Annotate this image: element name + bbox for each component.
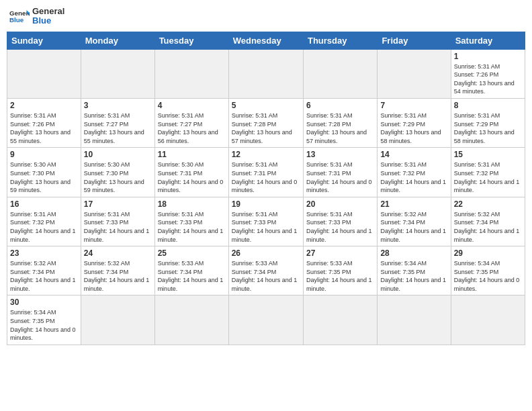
day-number: 15 [454,150,522,159]
page-header: General Blue General Blue [7,7,525,26]
calendar-day [154,49,228,98]
day-info: Sunrise: 5:31 AM Sunset: 7:33 PM Dayligh… [232,210,300,244]
calendar-day: 14 Sunrise: 5:31 AM Sunset: 7:32 PM Dayl… [378,148,451,197]
day-header-thursday: Thursday [303,32,377,49]
day-header-saturday: Saturday [451,32,525,49]
day-number: 27 [306,248,374,258]
day-number: 24 [84,248,152,258]
day-number: 2 [10,101,78,110]
day-info: Sunrise: 5:31 AM Sunset: 7:27 PM Dayligh… [84,111,152,145]
calendar-day: 13 Sunrise: 5:31 AM Sunset: 7:31 PM Dayl… [303,148,377,197]
day-number: 7 [380,101,447,110]
calendar-week-5: 23 Sunrise: 5:32 AM Sunset: 7:34 PM Dayl… [7,246,525,295]
day-info: Sunrise: 5:31 AM Sunset: 7:29 PM Dayligh… [380,111,447,145]
calendar-header-row: SundayMondayTuesdayWednesdayThursdayFrid… [7,32,525,49]
calendar-day: 29 Sunrise: 5:34 AM Sunset: 7:35 PM Dayl… [451,246,525,295]
day-number: 16 [10,199,78,209]
day-number: 19 [232,199,300,209]
calendar-day: 7 Sunrise: 5:31 AM Sunset: 7:29 PM Dayli… [378,98,451,147]
day-number: 25 [158,248,226,258]
day-info: Sunrise: 5:30 AM Sunset: 7:31 PM Dayligh… [158,161,226,194]
calendar-day: 16 Sunrise: 5:31 AM Sunset: 7:32 PM Dayl… [7,197,81,246]
day-number: 29 [454,248,522,258]
day-number: 20 [306,199,374,209]
calendar-day: 4 Sunrise: 5:31 AM Sunset: 7:27 PM Dayli… [154,98,228,147]
day-number: 1 [454,52,522,61]
day-number: 26 [232,248,300,258]
calendar-day [228,49,303,98]
calendar-day [228,295,303,345]
calendar-day: 17 Sunrise: 5:31 AM Sunset: 7:33 PM Dayl… [81,197,154,246]
calendar-day: 24 Sunrise: 5:32 AM Sunset: 7:34 PM Dayl… [81,246,154,295]
calendar-day: 12 Sunrise: 5:31 AM Sunset: 7:31 PM Dayl… [228,148,303,197]
day-info: Sunrise: 5:31 AM Sunset: 7:28 PM Dayligh… [232,111,300,145]
day-info: Sunrise: 5:34 AM Sunset: 7:35 PM Dayligh… [454,259,522,293]
day-number: 18 [158,199,226,209]
calendar-table: SundayMondayTuesdayWednesdayThursdayFrid… [7,32,525,345]
logo-icon: General Blue [9,8,30,24]
calendar-day [81,295,154,345]
day-info: Sunrise: 5:32 AM Sunset: 7:34 PM Dayligh… [84,259,152,293]
day-info: Sunrise: 5:32 AM Sunset: 7:34 PM Dayligh… [454,210,522,244]
day-number: 21 [380,199,447,209]
day-number: 6 [306,101,374,110]
day-info: Sunrise: 5:31 AM Sunset: 7:29 PM Dayligh… [454,111,522,145]
day-info: Sunrise: 5:31 AM Sunset: 7:31 PM Dayligh… [232,161,300,194]
day-info: Sunrise: 5:31 AM Sunset: 7:28 PM Dayligh… [306,111,374,145]
day-number: 28 [380,248,447,258]
calendar-day: 10 Sunrise: 5:30 AM Sunset: 7:30 PM Dayl… [81,148,154,197]
calendar-day [303,49,377,98]
svg-text:Blue: Blue [9,16,24,24]
calendar-week-2: 2 Sunrise: 5:31 AM Sunset: 7:26 PM Dayli… [7,98,525,147]
day-number: 23 [10,248,78,258]
calendar-day [378,295,451,345]
day-info: Sunrise: 5:33 AM Sunset: 7:34 PM Dayligh… [158,259,226,293]
day-info: Sunrise: 5:34 AM Sunset: 7:35 PM Dayligh… [10,308,78,342]
calendar-day: 11 Sunrise: 5:30 AM Sunset: 7:31 PM Dayl… [154,148,228,197]
day-header-friday: Friday [378,32,451,49]
calendar-day: 1 Sunrise: 5:31 AM Sunset: 7:26 PM Dayli… [451,49,525,98]
calendar-day: 8 Sunrise: 5:31 AM Sunset: 7:29 PM Dayli… [451,98,525,147]
day-info: Sunrise: 5:31 AM Sunset: 7:33 PM Dayligh… [84,210,152,244]
calendar-day: 6 Sunrise: 5:31 AM Sunset: 7:28 PM Dayli… [303,98,377,147]
day-number: 13 [306,150,374,159]
day-info: Sunrise: 5:31 AM Sunset: 7:27 PM Dayligh… [158,111,226,145]
day-info: Sunrise: 5:34 AM Sunset: 7:35 PM Dayligh… [380,259,447,293]
day-number: 5 [232,101,300,110]
day-number: 3 [84,101,152,110]
calendar-day: 19 Sunrise: 5:31 AM Sunset: 7:33 PM Dayl… [228,197,303,246]
logo: General Blue General Blue [9,7,64,26]
calendar-day [7,49,81,98]
day-number: 8 [454,101,522,110]
calendar-week-3: 9 Sunrise: 5:30 AM Sunset: 7:30 PM Dayli… [7,148,525,197]
day-header-wednesday: Wednesday [228,32,303,49]
calendar-day: 26 Sunrise: 5:33 AM Sunset: 7:34 PM Dayl… [228,246,303,295]
day-info: Sunrise: 5:31 AM Sunset: 7:26 PM Dayligh… [454,62,522,96]
calendar-day: 21 Sunrise: 5:32 AM Sunset: 7:34 PM Dayl… [378,197,451,246]
day-info: Sunrise: 5:31 AM Sunset: 7:31 PM Dayligh… [306,161,374,194]
day-number: 10 [84,150,152,159]
day-number: 30 [10,298,78,307]
day-info: Sunrise: 5:31 AM Sunset: 7:32 PM Dayligh… [10,210,78,244]
day-info: Sunrise: 5:31 AM Sunset: 7:32 PM Dayligh… [380,161,447,194]
day-number: 17 [84,199,152,209]
day-header-monday: Monday [81,32,154,49]
calendar-day: 27 Sunrise: 5:33 AM Sunset: 7:35 PM Dayl… [303,246,377,295]
calendar-day: 25 Sunrise: 5:33 AM Sunset: 7:34 PM Dayl… [154,246,228,295]
logo-general: General [32,7,64,16]
day-number: 12 [232,150,300,159]
calendar-day: 23 Sunrise: 5:32 AM Sunset: 7:34 PM Dayl… [7,246,81,295]
day-number: 11 [158,150,226,159]
calendar-day: 5 Sunrise: 5:31 AM Sunset: 7:28 PM Dayli… [228,98,303,147]
calendar-day [81,49,154,98]
calendar-day: 18 Sunrise: 5:31 AM Sunset: 7:33 PM Dayl… [154,197,228,246]
day-info: Sunrise: 5:31 AM Sunset: 7:33 PM Dayligh… [158,210,226,244]
calendar-day: 3 Sunrise: 5:31 AM Sunset: 7:27 PM Dayli… [81,98,154,147]
calendar-week-6: 30 Sunrise: 5:34 AM Sunset: 7:35 PM Dayl… [7,295,525,345]
logo-blue: Blue [32,16,64,26]
day-info: Sunrise: 5:32 AM Sunset: 7:34 PM Dayligh… [10,259,78,293]
calendar-day [451,295,525,345]
day-number: 9 [10,150,78,159]
calendar-day [378,49,451,98]
calendar-day [303,295,377,345]
